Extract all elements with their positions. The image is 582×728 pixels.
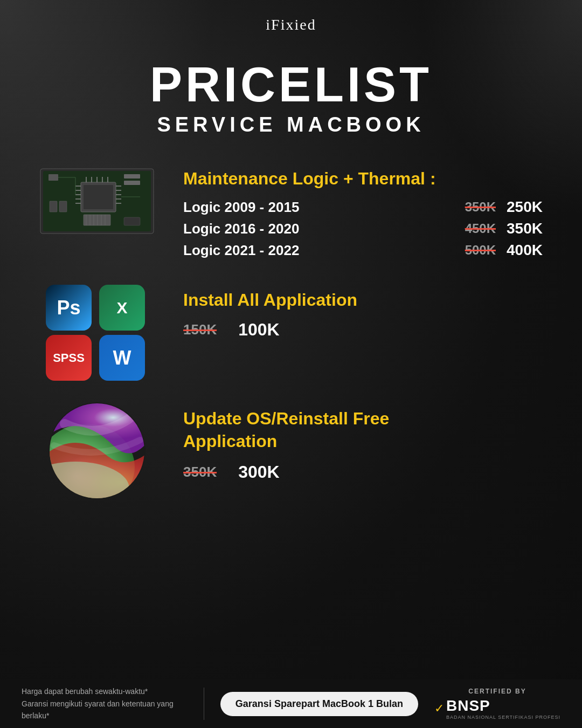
word-icon: W	[99, 335, 145, 381]
services-section: Maintenance Logic + Thermal : Logic 2009…	[0, 147, 582, 728]
motherboard-image	[38, 163, 156, 239]
page-content: iFixied PRICELIST SERVICE MACBOOK	[0, 0, 582, 728]
footer-divider	[204, 688, 204, 720]
header: iFixied	[0, 0, 582, 39]
brand-name: iFixied	[0, 16, 582, 33]
update-os-price-row: 350K 300K	[183, 462, 550, 482]
logic-2021-old-price: 500K	[465, 243, 496, 258]
update-os-title: Update OS/Reinstall Free Application	[183, 408, 399, 452]
update-os-new-price: 300K	[238, 462, 281, 482]
bnsp-logo-text: BNSP BADAN NASIONAL SERTIFIKASI PROFESI	[446, 697, 560, 720]
logic-2021-label: Logic 2021 - 2022	[183, 242, 465, 259]
install-title: Install All Application	[183, 290, 550, 310]
svg-rect-23	[124, 181, 140, 185]
disclaimer-line-1: Harga dapat berubah sewaktu-waktu*	[22, 685, 188, 697]
footer-certified-section: CERTIFIED BY ✓ BNSP BADAN NASIONAL SERTI…	[434, 688, 560, 720]
bnsp-logo: ✓ BNSP BADAN NASIONAL SERTIFIKASI PROFES…	[434, 697, 560, 720]
svg-rect-28	[84, 215, 110, 225]
logic-2021-new-price: 400K	[507, 242, 550, 259]
disclaimer-line-2: Garansi mengikuti syarat dan ketentuan y…	[22, 698, 188, 722]
apps-icon-container: Ps X SPSS W	[32, 285, 162, 381]
macos-image	[48, 402, 146, 499]
service-row-install: Ps X SPSS W Install All Application 150K…	[32, 285, 550, 381]
logic-2016-row: Logic 2016 - 2020 450K 350K	[183, 220, 550, 237]
svg-rect-3	[84, 185, 113, 209]
logic-2016-new-price: 350K	[507, 220, 550, 237]
logic-2009-row: Logic 2009 - 2015 350K 250K	[183, 198, 550, 216]
guarantee-text: Garansi Sparepart MacBook 1 Bulan	[235, 698, 403, 709]
footer-disclaimer: Harga dapat berubah sewaktu-waktu* Garan…	[22, 685, 188, 722]
update-os-content: Update OS/Reinstall Free Application 350…	[183, 402, 550, 482]
update-os-old-price: 350K	[183, 464, 217, 480]
main-title: PRICELIST	[0, 60, 582, 109]
svg-rect-19	[48, 174, 58, 181]
service-row-update-os: Update OS/Reinstall Free Application 350…	[32, 402, 550, 499]
logic-2016-old-price: 450K	[465, 221, 496, 236]
install-new-price: 100K	[238, 320, 281, 340]
maintenance-title: Maintenance Logic + Thermal :	[183, 169, 550, 189]
logic-2016-label: Logic 2016 - 2020	[183, 221, 465, 237]
install-content: Install All Application 150K 100K	[183, 285, 550, 340]
maintenance-content: Maintenance Logic + Thermal : Logic 2009…	[183, 163, 550, 263]
logic-2021-row: Logic 2021 - 2022 500K 400K	[183, 242, 550, 259]
install-old-price: 150K	[183, 321, 217, 338]
excel-icon: X	[99, 285, 145, 331]
spss-icon: SPSS	[46, 335, 92, 381]
bnsp-badge: ✓ BNSP BADAN NASIONAL SERTIFIKASI PROFES…	[434, 697, 560, 720]
service-row-maintenance: Maintenance Logic + Thermal : Logic 2009…	[32, 163, 550, 263]
logic-2009-label: Logic 2009 - 2015	[183, 199, 465, 216]
apps-grid: Ps X SPSS W	[46, 285, 148, 381]
svg-rect-22	[124, 174, 140, 178]
svg-rect-21	[59, 201, 67, 212]
bnsp-check-icon: ✓	[434, 702, 444, 716]
bnsp-org-name: BNSP	[446, 697, 560, 715]
title-section: PRICELIST SERVICE MACBOOK	[0, 39, 582, 147]
svg-rect-24	[124, 217, 140, 225]
motherboard-icon-container	[32, 163, 162, 239]
photoshop-icon: Ps	[46, 285, 92, 331]
svg-rect-20	[50, 201, 57, 212]
sub-title: SERVICE MACBOOK	[0, 113, 582, 136]
logic-2009-old-price: 350K	[465, 200, 496, 215]
footer: Harga dapat berubah sewaktu-waktu* Garan…	[0, 679, 582, 728]
footer-guarantee-badge: Garansi Sparepart MacBook 1 Bulan	[220, 692, 418, 716]
bnsp-org-sub: BADAN NASIONAL SERTIFIKASI PROFESI	[446, 715, 560, 720]
certified-label: CERTIFIED BY	[468, 688, 526, 695]
macos-icon-container	[32, 402, 162, 499]
install-price-row: 150K 100K	[183, 320, 550, 340]
logic-2009-new-price: 250K	[507, 198, 550, 216]
